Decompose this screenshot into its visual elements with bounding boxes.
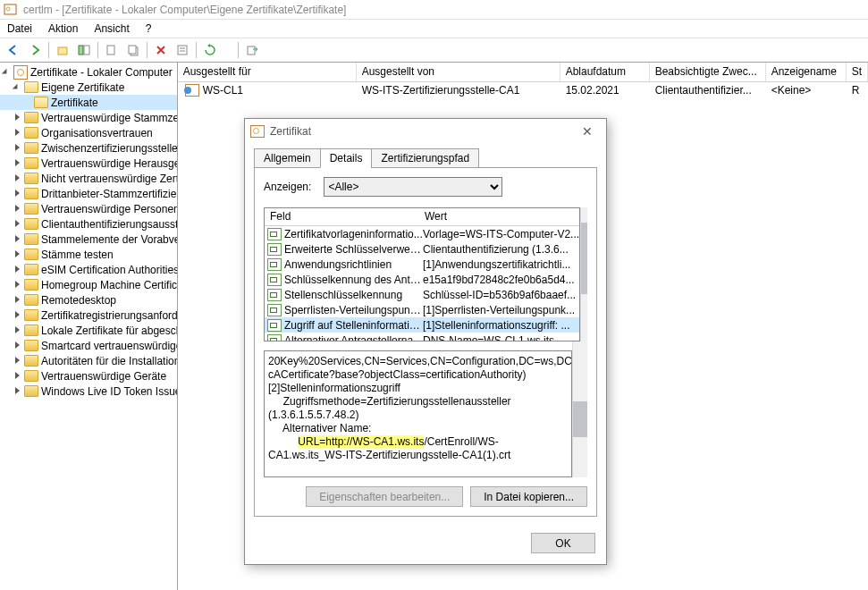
dialog-titlebar[interactable]: Zertifikat ✕ <box>245 119 606 144</box>
fields-scrollbar[interactable] <box>580 207 587 341</box>
folder-icon <box>24 112 38 123</box>
detail-scrollbar[interactable] <box>572 341 587 477</box>
folder-icon <box>24 279 38 291</box>
folder-icon <box>24 249 38 260</box>
tab-general[interactable]: Allgemein <box>254 148 321 168</box>
tree-item[interactable]: Remotedesktop <box>0 292 177 308</box>
svg-rect-4 <box>84 46 89 55</box>
up-button[interactable] <box>53 40 72 60</box>
svg-rect-5 <box>107 46 114 55</box>
menu-action[interactable]: Aktion <box>48 22 78 35</box>
ok-button[interactable]: OK <box>531 533 595 553</box>
extension-icon <box>267 319 282 332</box>
tree-item[interactable]: Zwischenzertifizierungsstellen <box>0 140 177 156</box>
tree-item[interactable]: eSIM Certification Authorities <box>0 262 177 277</box>
col-purpose[interactable]: Beabsichtigte Zwec... <box>650 63 766 81</box>
tree-item[interactable]: Vertrauenswürdige Stammzertifizierungsst… <box>0 110 177 125</box>
tree-item[interactable]: Clientauthentifizierungsaussteller <box>0 216 177 232</box>
tree-panel: Zertifikate - Lokaler Computer Eigene Ze… <box>0 63 178 590</box>
tree-item[interactable]: Nicht vertrauenswürdige Zertifikate <box>0 171 177 186</box>
extension-icon <box>267 228 282 240</box>
app-icon <box>4 3 18 17</box>
field-row[interactable]: Sperrlisten-Verteilungspunkte[1]Sperrlis… <box>265 302 579 317</box>
edit-properties-button: Eigenschaften bearbeiten... <box>306 486 463 507</box>
window-title: certlm - [Zertifikate - Lokaler Computer… <box>23 4 346 16</box>
tree-item[interactable]: Stämme testen <box>0 247 177 262</box>
close-button[interactable]: ✕ <box>574 122 601 140</box>
field-row[interactable]: Erweiterte Schlüsselverwen...Clientauthe… <box>265 241 579 257</box>
tree-item[interactable]: Homegroup Machine Certificates <box>0 277 177 292</box>
tree-item[interactable]: Drittanbieter-Stammzertifizierungsstelle… <box>0 186 177 201</box>
cut-button[interactable] <box>102 40 122 60</box>
extension-icon <box>267 243 282 256</box>
cert-icon <box>250 125 265 138</box>
tab-pane-details: Anzeigen: <Alle> Feld Wert Zertifikatvor… <box>254 167 597 517</box>
tree-certificates[interactable]: Zertifikate <box>0 95 177 110</box>
toolbar <box>0 38 868 63</box>
svg-rect-3 <box>79 46 83 55</box>
folder-icon <box>24 385 38 397</box>
folder-icon <box>24 294 38 306</box>
show-label: Anzeigen: <box>264 181 311 193</box>
tree-item[interactable]: Lokale Zertifikate für abgeschlossene Si… <box>0 323 177 338</box>
folder-icon <box>24 188 38 199</box>
field-row[interactable]: Anwendungsrichtlinien[1]Anwendungszertif… <box>265 257 579 272</box>
col-expiry[interactable]: Ablaufdatum <box>560 63 650 81</box>
show-select[interactable]: <Alle> <box>324 177 502 197</box>
tree-own-certs[interactable]: Eigene Zertifikate <box>0 80 177 95</box>
copy-to-file-button[interactable]: In Datei kopieren... <box>470 486 587 507</box>
show-tree-button[interactable] <box>74 40 94 60</box>
highlighted-url: URL=http://WS-CA1.ws.its <box>298 435 424 448</box>
tree-item[interactable]: Smartcard vertrauenswürdige Stämme <box>0 338 177 353</box>
col-issued-to[interactable]: Ausgestellt für <box>178 63 357 81</box>
refresh-button[interactable] <box>200 40 220 60</box>
tab-path[interactable]: Zertifizierungspfad <box>371 148 479 168</box>
cert-icon <box>185 84 199 97</box>
tree-item[interactable]: Stammelemente der Vorabversion <box>0 232 177 247</box>
extension-icon <box>267 304 282 316</box>
tree-item[interactable]: Vertrauenswürdige Herausgeber <box>0 156 177 171</box>
menubar: Datei Aktion Ansicht ? <box>0 20 868 38</box>
field-row[interactable]: Alternativer Antragstellerna...DNS-Name=… <box>265 333 579 341</box>
delete-button[interactable] <box>151 40 171 60</box>
tree-item[interactable]: Organisationsvertrauen <box>0 125 177 140</box>
col-value[interactable]: Wert <box>419 208 579 225</box>
field-row[interactable]: Zertifikatvorlageninformatio...Vorlage=W… <box>265 226 579 241</box>
copy-button[interactable] <box>123 40 143 60</box>
list-row[interactable]: WS-CL1 WS-ITS-Zertifizierungsstelle-CA1 … <box>178 82 868 98</box>
field-row[interactable]: Zugriff auf Stelleninformatio...[1]Stell… <box>265 317 579 333</box>
tree-item[interactable]: Windows Live ID Token Issuer <box>0 384 177 399</box>
forward-button[interactable] <box>25 40 45 60</box>
folder-icon <box>24 173 38 184</box>
tree-root[interactable]: Zertifikate - Lokaler Computer <box>0 64 177 80</box>
folder-icon <box>24 340 38 351</box>
detail-textbox[interactable]: 20Key%20Services,CN=Services,CN=Configur… <box>264 350 572 477</box>
tree-item[interactable]: Vertrauenswürdige Personen <box>0 201 177 216</box>
menu-help[interactable]: ? <box>146 22 152 35</box>
col-field[interactable]: Feld <box>265 208 419 225</box>
folder-icon <box>24 81 38 93</box>
svg-rect-2 <box>58 47 67 55</box>
svg-rect-8 <box>178 46 187 55</box>
tree-item[interactable]: Zertifikatregistrierungsanforderungen <box>0 308 177 323</box>
col-friendly[interactable]: Anzeigename <box>766 63 847 81</box>
export-button[interactable] <box>242 40 262 60</box>
menu-file[interactable]: Datei <box>7 22 32 35</box>
field-row[interactable]: StellenschlüsselkennungSchlüssel-ID=b536… <box>265 287 579 302</box>
extension-icon <box>267 334 282 341</box>
fields-list[interactable]: Feld Wert Zertifikatvorlageninformatio..… <box>264 207 580 341</box>
extension-icon <box>267 289 282 301</box>
properties-button[interactable] <box>173 40 192 60</box>
tab-strip: Allgemein Details Zertifizierungspfad <box>254 148 597 168</box>
svg-rect-7 <box>129 46 136 54</box>
back-button[interactable] <box>4 40 23 60</box>
col-issued-by[interactable]: Ausgestellt von <box>357 63 560 81</box>
tree-item[interactable]: Vertrauenswürdige Geräte <box>0 368 177 384</box>
menu-view[interactable]: Ansicht <box>94 22 129 35</box>
col-status[interactable]: St <box>847 63 868 81</box>
tab-details[interactable]: Details <box>320 148 373 168</box>
tree-item[interactable]: Autoritäten für die Installation vertrau… <box>0 353 177 368</box>
field-row[interactable]: Schlüsselkennung des Antra...e15a1f9bd72… <box>265 272 579 287</box>
extension-icon <box>267 274 282 286</box>
folder-icon <box>24 233 38 245</box>
